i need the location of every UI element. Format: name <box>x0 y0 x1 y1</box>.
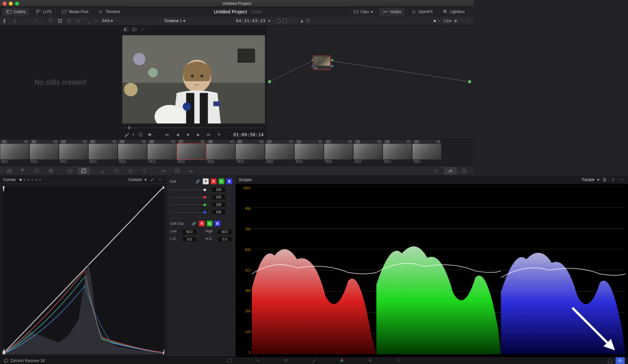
project-timecode[interactable]: 04:31:43:23 <box>236 19 266 23</box>
zoom-slider[interactable] <box>30 18 36 24</box>
node-editor[interactable]: 01 <box>267 25 474 139</box>
still-view-icon[interactable] <box>3 18 9 24</box>
intensity-slider-3[interactable] <box>170 212 209 213</box>
lightbox-toggle[interactable]: Lightbox <box>439 8 468 16</box>
thumb-04[interactable]: 04V1RED <box>88 140 118 166</box>
curves-pager[interactable] <box>20 179 41 181</box>
curves-mode[interactable]: Custom <box>129 177 142 182</box>
thumb-15[interactable]: 15V1RED <box>412 140 442 166</box>
intensity-slider-2[interactable] <box>170 205 209 205</box>
ls-input[interactable] <box>182 237 197 242</box>
channel-r[interactable]: R <box>211 178 217 184</box>
nodes-more-icon[interactable]: ⋯ <box>465 18 471 24</box>
list-view-icon[interactable] <box>66 18 72 24</box>
picker-icon[interactable] <box>124 132 130 138</box>
viewer-wand-icon[interactable] <box>140 26 146 32</box>
thumb-09[interactable]: 09V1RED <box>236 140 265 166</box>
keyframes-icon[interactable] <box>430 167 443 174</box>
pointer-tool-icon[interactable]: ▲ <box>299 18 305 24</box>
timeline-toggle[interactable]: Timeline <box>95 8 124 16</box>
prev-clip-icon[interactable]: ⏮ <box>164 132 170 138</box>
thumb-07[interactable]: 07V1RED <box>177 140 206 166</box>
layers-icon[interactable] <box>138 132 144 138</box>
clips-toggle[interactable]: Clips ▾ <box>350 8 377 16</box>
info-icon[interactable] <box>458 167 470 174</box>
sort-icon[interactable] <box>48 18 54 24</box>
qualifier-icon[interactable] <box>97 167 109 174</box>
hand-tool-icon[interactable] <box>305 18 311 24</box>
node-mode[interactable]: Clip <box>443 19 450 23</box>
fullscreen-icon[interactable] <box>282 18 288 24</box>
thumb-10[interactable]: 10V1RED <box>265 140 294 166</box>
softclip-link-icon[interactable]: 🔗 <box>191 221 197 226</box>
grid-view-icon[interactable] <box>57 18 63 24</box>
sizing-icon[interactable] <box>171 167 183 174</box>
scopes-display[interactable]: 10238967686405123842561280 <box>236 184 474 274</box>
picker-chevron[interactable]: ▾ <box>133 133 134 136</box>
timeline-name[interactable]: Timeline 1 <box>164 19 182 23</box>
curves-more-icon[interactable]: ⋯ <box>158 177 164 183</box>
gallery-toggle[interactable]: Gallery <box>3 8 29 16</box>
viewer-split-icon[interactable] <box>123 26 129 32</box>
tracker-icon[interactable] <box>124 167 137 174</box>
thumb-02[interactable]: 02V1RED <box>29 140 59 166</box>
channel-g[interactable]: G <box>218 178 224 184</box>
node-nav-dot-2[interactable] <box>438 20 440 22</box>
thumb-14[interactable]: 14V1RED <box>383 140 412 166</box>
next-clip-icon[interactable]: ⏭ <box>206 132 212 138</box>
key-icon[interactable] <box>157 167 170 174</box>
window-icon[interactable] <box>111 167 123 174</box>
intensity-reset-1[interactable] <box>228 195 232 200</box>
motion-icon[interactable] <box>64 167 76 174</box>
hs-input[interactable] <box>217 237 232 242</box>
curves-expand-icon[interactable]: ⤢ <box>149 177 155 183</box>
window-close[interactable] <box>3 2 7 6</box>
wheels-icon[interactable] <box>31 167 43 174</box>
thumb-12[interactable]: 12V1RED <box>324 140 353 166</box>
viewer-more-icon[interactable]: ⋯ <box>288 18 293 24</box>
thumb-03[interactable]: 03V1RED <box>59 140 88 166</box>
openfx-toggle[interactable]: fx OpenFX <box>408 8 437 16</box>
thumb-06[interactable]: 06V1RED <box>147 140 177 166</box>
intensity-reset-2[interactable] <box>228 203 232 207</box>
play-icon[interactable]: ▶ <box>195 132 201 138</box>
rgb-mixer-icon[interactable] <box>44 167 57 174</box>
intensity-reset-3[interactable] <box>228 210 232 215</box>
intensity-input-2[interactable] <box>211 202 226 207</box>
curves-graph[interactable] <box>3 186 164 274</box>
blur-icon[interactable] <box>138 167 150 174</box>
link-icon[interactable]: 🔗 <box>195 178 201 184</box>
thumb-08[interactable]: 08V1RED <box>206 140 236 166</box>
high-input[interactable] <box>217 229 232 235</box>
intensity-slider-1[interactable] <box>170 197 209 198</box>
loop-icon[interactable]: ⟳ <box>216 132 222 138</box>
thumb-01[interactable]: 01V1RED <box>0 140 29 166</box>
thumb-13[interactable]: 13V1RED <box>353 140 383 166</box>
color-wheel-icon[interactable] <box>276 18 282 24</box>
node-01[interactable]: 01 <box>313 56 331 70</box>
low-input[interactable] <box>182 229 197 235</box>
node-nav-dot-1[interactable] <box>434 20 436 22</box>
node-enable-dot[interactable] <box>454 20 457 22</box>
intensity-input-1[interactable] <box>211 194 226 200</box>
search-icon[interactable] <box>75 18 81 24</box>
softclip-g[interactable]: G <box>207 221 213 226</box>
more-icon[interactable]: ⋯ <box>94 18 99 24</box>
viewer-timecode[interactable]: 01:00:58:14 <box>233 132 264 137</box>
thumb-05[interactable]: 05V1RED <box>118 140 147 166</box>
stop-icon[interactable]: ■ <box>185 132 191 138</box>
thumb-11[interactable]: 11V1RED <box>294 140 324 166</box>
softclip-b[interactable]: B <box>215 221 220 226</box>
camera-raw-icon[interactable] <box>3 167 16 174</box>
intensity-input-3[interactable] <box>211 209 226 215</box>
channel-y[interactable]: Y <box>203 178 209 184</box>
viewer-grid-icon[interactable] <box>131 26 137 32</box>
intensity-input-0[interactable] <box>211 187 226 192</box>
softclip-reset[interactable] <box>228 221 232 226</box>
curves-icon[interactable] <box>78 167 90 174</box>
3d-icon[interactable]: 3D <box>185 167 197 174</box>
color-match-icon[interactable] <box>17 167 29 174</box>
luts-toggle[interactable]: LUTs <box>32 8 55 16</box>
grab-still-icon[interactable] <box>12 18 18 24</box>
channel-b[interactable]: B <box>226 178 232 184</box>
